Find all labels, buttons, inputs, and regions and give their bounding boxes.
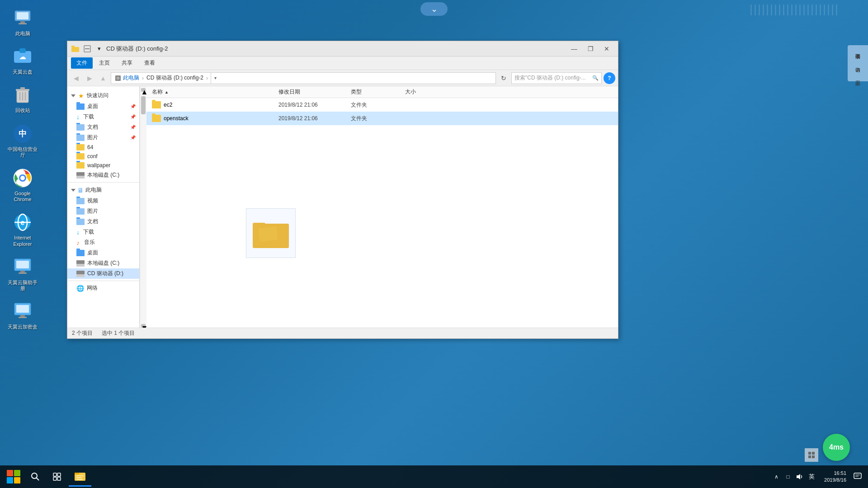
nav-64-label: 64 (87, 144, 93, 150)
nav-item-downloads[interactable]: ↓ 下载 📌 (67, 112, 139, 122)
title-bar-left: ▾ CD 驱动器 (D:) config-2 (71, 44, 168, 53)
nav-item-conf[interactable]: conf (67, 152, 139, 161)
desktop-icon-cloud[interactable]: ☁ 天翼云盘 (5, 43, 41, 78)
search-bar[interactable]: 搜索"CD 驱动器 (D:) config-... 🔍 (511, 72, 602, 84)
nav-item-wallpaper[interactable]: wallpaper (67, 161, 139, 170)
svg-rect-1 (17, 12, 28, 19)
col-header-modified[interactable]: 修改日期 (275, 86, 347, 98)
svg-text:中: 中 (19, 129, 27, 138)
trash-icon (12, 84, 33, 106)
folder-icon-ec2 (152, 101, 161, 108)
nav-item-pc-desktop[interactable]: 桌面 (67, 248, 139, 258)
search-icon: 🔍 (592, 75, 599, 81)
col-header-size[interactable]: 大小 (401, 86, 447, 98)
nav-item-pc-downloads[interactable]: ↓ 下载 (67, 227, 139, 237)
svg-rect-52 (75, 473, 79, 474)
nav-scroll-up-arrow[interactable]: ▲ (141, 88, 146, 92)
refresh-button[interactable]: ↻ (498, 72, 509, 84)
tray-icon-screen[interactable]: □ (783, 472, 793, 481)
tray-icon-lang[interactable]: 英 (807, 472, 816, 481)
tray-icon-volume[interactable] (795, 472, 804, 481)
nav-pc-pictures-label: 图片 (87, 207, 98, 215)
right-side-panel: 阅读助手 请勿 部工 (848, 45, 868, 81)
svg-rect-53 (76, 475, 84, 476)
taskbar-clock[interactable]: 16:51 2019/8/16 (821, 470, 849, 484)
nav-scroll-thumb[interactable] (141, 96, 146, 114)
assistant-icon (12, 256, 33, 278)
desktop-icon-ie[interactable]: e Internet Explorer (5, 209, 41, 249)
nav-scrollbar[interactable]: ▲ ▼ (140, 86, 146, 328)
back-button[interactable]: ◀ (70, 72, 82, 84)
this-pc-header[interactable]: 🖥 此电脑 (67, 184, 139, 196)
nav-item-pictures[interactable]: 图片 📌 (67, 132, 139, 143)
up-button[interactable]: ▲ (97, 72, 109, 84)
nav-item-music[interactable]: ♪ 音乐 (67, 237, 139, 248)
nav-item-desktop[interactable]: 桌面 📌 (67, 101, 139, 112)
svg-point-36 (118, 77, 119, 79)
menu-home[interactable]: 主页 (94, 57, 115, 69)
desktop-icon-trash[interactable]: 回收站 (5, 81, 41, 116)
menu-view[interactable]: 查看 (139, 57, 160, 69)
pc-icon (12, 7, 33, 29)
nav-pc-pictures-icon (76, 208, 85, 215)
help-button[interactable]: ? (604, 72, 615, 84)
nav-docs-label: 文档 (87, 123, 98, 131)
svg-rect-44 (812, 455, 815, 458)
address-dropdown-button[interactable]: ▾ (211, 72, 220, 84)
forward-button[interactable]: ▶ (84, 72, 95, 84)
nav-item-videos[interactable]: 视频 (67, 196, 139, 206)
nav-item-network[interactable]: 🌐 网络 (67, 283, 139, 293)
address-bar[interactable]: 此电脑 › CD 驱动器 (D:) config-2 › ▾ (111, 72, 496, 84)
desktop-icon-pc[interactable]: 此电脑 (5, 5, 41, 39)
this-pc-computer-icon: 🖥 (77, 187, 84, 194)
taskbar-search-button[interactable] (25, 467, 45, 487)
desktop-icon-telecom[interactable]: 中 中国电信营业厅 (5, 120, 41, 161)
nav-item-pc-docs[interactable]: 文档 (67, 216, 139, 227)
svg-text:e: e (21, 219, 25, 226)
nav-item-c-drive[interactable]: 本地磁盘 (C:) (67, 258, 139, 268)
menu-share[interactable]: 共享 (116, 57, 138, 69)
nav-item-docs[interactable]: 文档 📌 (67, 122, 139, 132)
taskbar-explorer-button[interactable] (69, 467, 91, 487)
col-header-name[interactable]: 名称 ▲ (148, 86, 275, 98)
desktop-icon-chrome[interactable]: Google Chrome (5, 164, 41, 205)
nav-docs-pin-icon: 📌 (130, 125, 136, 130)
nav-pictures-pin-icon: 📌 (130, 135, 136, 140)
restore-button[interactable]: ❐ (583, 43, 598, 54)
win-logo-q1 (7, 470, 13, 476)
svg-rect-25 (19, 272, 27, 274)
file-row-openstack[interactable]: openstack 2019/8/12 21:06 文件夹 (146, 112, 618, 125)
nav-item-local-disk[interactable]: 本地磁盘 (C:) (67, 170, 139, 180)
desktop-icon-trash-label: 回收站 (15, 108, 30, 113)
close-button[interactable]: ✕ (599, 43, 614, 54)
nav-item-pc-pictures[interactable]: 图片 (67, 206, 139, 216)
folder-preview (246, 208, 296, 258)
notification-button[interactable] (851, 467, 864, 487)
title-up-icon (83, 44, 92, 53)
col-header-type[interactable]: 类型 (347, 86, 401, 98)
nav-scroll-down-arrow[interactable]: ▼ (141, 324, 146, 328)
file-row-ec2[interactable]: ec2 2019/8/12 21:06 文件夹 (146, 98, 618, 112)
minimize-button[interactable]: — (566, 43, 582, 54)
nav-d-drive-label: CD 驱动器 (D:) (87, 270, 123, 277)
menu-file[interactable]: 文件 (71, 57, 93, 69)
start-button[interactable] (4, 467, 24, 487)
desktop-icon-chrome-label: Google Chrome (6, 191, 39, 202)
grid-view-button[interactable] (805, 448, 818, 462)
desktop-icon-encrypt[interactable]: 天翼云加密盒 (5, 298, 41, 333)
nav-pc-download-icon: ↓ (76, 229, 80, 236)
nav-videos-label: 视频 (87, 197, 98, 205)
breadcrumb-pc[interactable]: 此电脑 (123, 74, 139, 82)
desktop-icon-assistant[interactable]: 天翼云脑助手册 (5, 253, 41, 294)
scroll-down-button[interactable]: ⌄ (420, 2, 448, 16)
nav-pc-docs-icon (76, 219, 85, 225)
taskbar-task-view-button[interactable] (47, 467, 67, 487)
timer-value: 4ms (829, 443, 844, 451)
quick-access-header[interactable]: ★ 快速访问 (67, 90, 139, 101)
nav-item-64[interactable]: 64 (67, 143, 139, 152)
nav-item-d-drive[interactable]: CD 驱动器 (D:) (67, 268, 139, 279)
svg-text:☁: ☁ (19, 53, 26, 61)
tray-icon-up-arrow[interactable]: ∧ (772, 472, 781, 481)
timer-badge: 4ms (823, 434, 850, 461)
svg-rect-24 (20, 271, 25, 272)
